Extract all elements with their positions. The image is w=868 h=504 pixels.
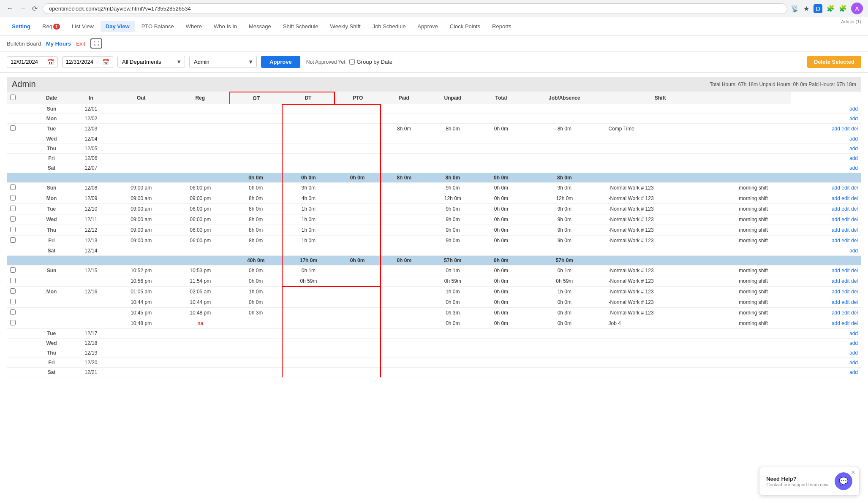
row-edit-link[interactable]: edit [841, 320, 849, 326]
row-edit-link[interactable]: edit [841, 310, 849, 316]
start-date-input[interactable] [11, 59, 44, 65]
row-del-link[interactable]: del [851, 278, 858, 284]
nav-approve[interactable]: Approve [412, 21, 443, 32]
extension-d-icon[interactable]: D [814, 4, 822, 13]
row-edit-link[interactable]: edit [841, 238, 849, 244]
row-edit-link[interactable]: edit [841, 227, 849, 233]
row-add-link[interactable]: add [849, 248, 858, 254]
row-add-link[interactable]: add [832, 126, 840, 132]
row-del-link[interactable]: del [851, 227, 858, 233]
row-checkbox[interactable] [10, 195, 16, 201]
address-bar[interactable]: opentimeclock.com/q2/mDayview.html?v=173… [43, 3, 787, 14]
row-add-link[interactable]: add [832, 289, 840, 295]
row-add-link[interactable]: add [832, 185, 840, 191]
row-add-link[interactable]: add [832, 278, 840, 284]
row-del-link[interactable]: del [851, 289, 858, 295]
extension-puzzle-icon[interactable]: 🧩 [827, 5, 835, 12]
end-date-input[interactable] [66, 59, 100, 65]
nav-message[interactable]: Message [244, 21, 276, 32]
row-add-link[interactable]: add [849, 165, 858, 171]
row-add-link[interactable]: add [849, 116, 858, 122]
row-edit-link[interactable]: edit [841, 126, 849, 132]
row-add-link[interactable]: add [832, 227, 840, 233]
group-by-date-checkbox[interactable] [349, 59, 355, 65]
employee-select[interactable]: Admin [189, 56, 257, 68]
row-add-link[interactable]: add [849, 136, 858, 142]
nav-where[interactable]: Where [181, 21, 207, 32]
row-add-link[interactable]: add [849, 155, 858, 161]
row-checkbox[interactable] [10, 206, 16, 211]
row-del-link[interactable]: del [851, 238, 858, 244]
start-date-calendar-icon[interactable]: 📅 [47, 59, 54, 65]
row-checkbox[interactable] [10, 320, 16, 325]
row-add-link[interactable]: add [849, 106, 858, 112]
extension-icon[interactable]: 🧩 [839, 5, 847, 12]
row-del-link[interactable]: del [851, 310, 858, 316]
row-del-link[interactable]: del [851, 299, 858, 305]
row-checkbox[interactable] [10, 216, 16, 222]
row-add-link[interactable]: add [832, 320, 840, 326]
row-edit-link[interactable]: edit [841, 289, 849, 295]
back-button[interactable]: ← [5, 4, 15, 13]
nav-weekly-shift[interactable]: Weekly Shift [325, 21, 366, 32]
nav-setting[interactable]: Setting [7, 21, 35, 32]
row-del-link[interactable]: del [851, 206, 858, 212]
row-add-link[interactable]: add [832, 299, 840, 305]
row-add-link[interactable]: add [832, 217, 840, 222]
exit-link[interactable]: Exit [76, 41, 85, 47]
user-avatar[interactable]: A [851, 3, 863, 14]
row-checkbox[interactable] [10, 288, 16, 294]
nav-pto-balance[interactable]: PTO Balance [136, 21, 179, 32]
row-edit-link[interactable]: edit [841, 217, 849, 222]
row-add-link[interactable]: add [832, 310, 840, 316]
department-select[interactable]: All Departments [117, 56, 185, 68]
nav-clock-points[interactable]: Clock Points [445, 21, 485, 32]
row-edit-link[interactable]: edit [841, 206, 849, 212]
row-checkbox[interactable] [10, 227, 16, 232]
row-checkbox[interactable] [10, 267, 16, 273]
reload-button[interactable]: ⟳ [30, 4, 39, 14]
nav-reports[interactable]: Reports [487, 21, 517, 32]
row-del-link[interactable]: del [851, 195, 858, 201]
row-checkbox[interactable] [10, 125, 16, 131]
my-hours-link[interactable]: My Hours [46, 41, 71, 47]
row-checkbox[interactable] [10, 237, 16, 243]
row-edit-link[interactable]: edit [841, 278, 849, 284]
row-add-link[interactable]: add [832, 268, 840, 274]
row-del-link[interactable]: del [851, 320, 858, 326]
approve-button[interactable]: Approve [261, 56, 300, 68]
row-add-link[interactable]: add [849, 146, 858, 152]
row-add-link[interactable]: add [832, 195, 840, 201]
end-date-calendar-icon[interactable]: 📅 [102, 59, 109, 65]
nav-day-view[interactable]: Day View [101, 21, 135, 32]
row-edit-link[interactable]: edit [841, 299, 849, 305]
row-add-link[interactable]: add [849, 331, 858, 336]
row-edit-link[interactable]: edit [841, 195, 849, 201]
nav-who-is-in[interactable]: Who Is In [209, 21, 242, 32]
row-add-link[interactable]: add [849, 369, 858, 375]
nav-req[interactable]: Req1 [37, 21, 65, 32]
row-del-link[interactable]: del [851, 268, 858, 274]
fullscreen-icon[interactable]: ⛶ [90, 38, 102, 49]
nav-shift-schedule[interactable]: Shift Schedule [278, 21, 324, 32]
bulletin-board-link[interactable]: Bulletin Board [7, 41, 41, 47]
row-checkbox[interactable] [10, 299, 16, 304]
row-checkbox[interactable] [10, 278, 16, 283]
row-checkbox[interactable] [10, 309, 16, 315]
row-del-link[interactable]: del [851, 185, 858, 191]
row-add-link[interactable]: add [832, 238, 840, 244]
row-add-link[interactable]: add [832, 206, 840, 212]
cast-icon[interactable]: 📡 [791, 5, 799, 13]
row-edit-link[interactable]: edit [841, 185, 849, 191]
select-all-checkbox[interactable] [10, 95, 16, 100]
forward-button[interactable]: → [18, 4, 28, 13]
nav-list-view[interactable]: List View [67, 21, 99, 32]
browser-navigation[interactable]: ← → ⟳ [5, 4, 39, 14]
row-add-link[interactable]: add [849, 360, 858, 366]
row-del-link[interactable]: del [851, 217, 858, 222]
delete-selected-button[interactable]: Delete Selected [807, 56, 861, 68]
row-del-link[interactable]: del [851, 126, 858, 132]
row-add-link[interactable]: add [849, 350, 858, 356]
bookmark-icon[interactable]: ★ [803, 5, 809, 13]
row-edit-link[interactable]: edit [841, 268, 849, 274]
